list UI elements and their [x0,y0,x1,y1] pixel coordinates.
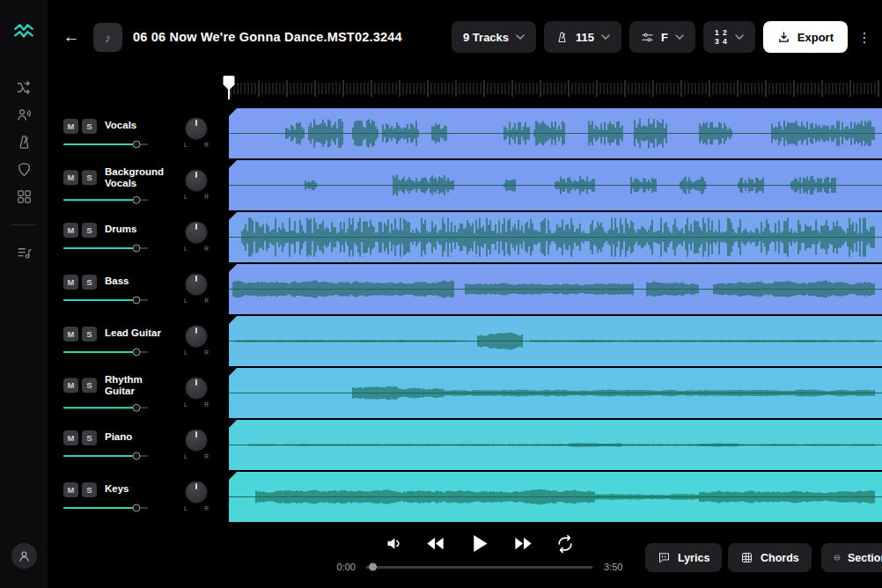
volume-slider-knob[interactable] [132,245,140,253]
pan-knob-tick [195,327,197,334]
volume-slider-knob[interactable] [132,349,140,356]
playhead-marker[interactable] [223,75,235,103]
mute-button[interactable]: M [63,430,78,445]
waveform-row[interactable] [229,316,882,366]
volume-slider-knob[interactable] [132,504,140,512]
waveform-row[interactable] [229,212,882,262]
pan-right-label: R [204,401,209,408]
track-control-main: M S Piano [63,430,174,460]
pan-knob[interactable] [185,325,208,348]
song-title: 06 06 Now We're Gonna Dance.MST02.3244 [133,30,402,44]
sections-icon [834,551,841,564]
apps-grid-icon[interactable] [9,183,39,210]
pan-knob[interactable] [185,273,208,296]
pan-knob[interactable] [185,377,208,400]
fast-forward-button[interactable] [513,533,533,554]
waveform-row[interactable] [229,108,882,158]
splitter-icon[interactable] [9,74,39,101]
chevron-down-icon [675,34,684,40]
solo-button[interactable]: S [82,223,97,238]
pan-knob-tick [195,276,197,282]
setlist-icon[interactable] [9,239,39,267]
loop-icon[interactable] [555,534,575,554]
pan-knob[interactable] [185,169,208,192]
lyrics-button[interactable]: Lyrics [645,543,722,572]
solo-button[interactable]: S [82,482,97,497]
volume-slider-knob[interactable] [132,196,140,204]
pan-knob[interactable] [185,481,208,503]
song-icon-tile: ♪ [93,23,122,52]
waveform-row[interactable] [229,264,882,314]
volume-slider-knob[interactable] [132,141,140,149]
volume-icon[interactable] [385,534,403,553]
volume-slider[interactable] [63,404,148,412]
sidebar [0,0,48,588]
volume-slider-knob[interactable] [132,452,140,460]
pan-control: L R [181,481,211,511]
pan-knob[interactable] [185,117,208,140]
bpm-dropdown[interactable]: 115 [544,21,621,53]
mute-button[interactable]: M [63,275,78,290]
solo-button[interactable]: S [82,171,97,186]
volume-slider[interactable] [63,297,148,305]
region-start-marker [229,316,237,324]
user-avatar[interactable] [11,543,37,569]
solo-button[interactable]: S [82,430,97,445]
solo-button[interactable]: S [82,327,97,342]
waveform-row[interactable] [229,368,882,418]
volume-slider[interactable] [63,141,148,149]
volume-slider[interactable] [63,196,148,204]
voice-studio-icon[interactable] [9,101,39,129]
timeline-ruler[interactable] [229,74,882,100]
volume-slider[interactable] [63,504,148,512]
progress-bar[interactable] [366,566,593,569]
sidebar-divider [12,224,35,225]
pan-left-label: L [184,349,187,356]
waveform-row[interactable] [229,472,882,522]
volume-slider-fill [63,200,136,202]
chords-label: Chords [761,552,799,564]
progress-handle[interactable] [369,563,377,571]
mute-button[interactable]: M [63,119,78,134]
volume-slider[interactable] [63,349,148,356]
pan-right-label: R [204,453,209,459]
volume-slider-fill [63,507,136,509]
app-logo-icon[interactable] [12,21,35,44]
back-button[interactable]: ← [60,27,83,47]
volume-slider[interactable] [63,452,148,460]
track-name: Bass [105,276,129,287]
more-options-icon[interactable]: ⋮ [857,29,870,46]
solo-button[interactable]: S [82,275,97,290]
time-sig-top: 1 2 [715,28,728,37]
pan-knob[interactable] [185,429,208,452]
region-start-marker [229,212,237,220]
mute-button[interactable]: M [63,379,78,393]
volume-slider[interactable] [63,245,148,253]
mute-button[interactable]: M [63,223,78,238]
mute-button[interactable]: M [63,171,78,186]
volume-slider-knob[interactable] [132,404,140,412]
mute-button[interactable]: M [63,327,78,342]
metronome-icon[interactable] [9,129,39,156]
solo-button[interactable]: S [82,119,97,134]
solo-button[interactable]: S [82,379,97,393]
sections-button[interactable]: Sections [821,543,882,572]
pan-knob[interactable] [185,221,208,244]
waveform-row[interactable] [229,160,882,210]
music-note-icon: ♪ [105,30,112,45]
tracks-dropdown[interactable]: 9 Tracks [452,21,536,53]
track-control-main: M S Vocals [63,119,174,149]
lyrics-bubble-icon [658,551,671,564]
chords-button[interactable]: Chords [728,543,812,572]
mixer-sliders-icon [641,31,654,44]
play-button[interactable] [467,532,491,555]
mute-button[interactable]: M [63,482,78,497]
region-start-marker [229,108,237,116]
volume-slider-knob[interactable] [132,297,140,305]
key-dropdown[interactable]: F [629,21,695,53]
export-button[interactable]: Export [763,21,848,53]
rewind-button[interactable] [425,533,445,554]
pick-icon[interactable] [9,156,39,183]
waveform-row[interactable] [229,420,882,470]
time-signature-dropdown[interactable]: 1 2 3 4 [703,21,755,53]
